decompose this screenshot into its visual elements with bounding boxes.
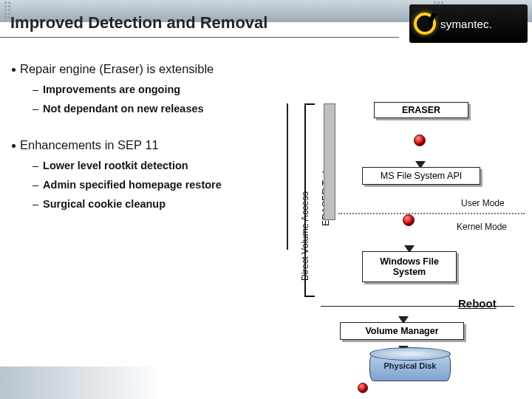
bullet-column: Repair engine (Eraser) is extensible – I… — [0, 46, 281, 217]
label-user-mode: User Mode — [461, 198, 505, 208]
bullet-sub-1b: – Not dependant on new releases — [33, 103, 276, 115]
box-ms-file-system-api: MS File System API — [362, 167, 480, 185]
bullet-sub-2a: – Lower level rootkit detection — [33, 160, 276, 171]
dash-icon: – — [33, 198, 38, 210]
bullet-main-1: Repair engine (Eraser) is extensible — [12, 62, 276, 76]
bullet-sub-1a: – Improvements are ongoing — [33, 83, 276, 95]
bullet-sub-2c-text: Surgical cookie cleanup — [43, 198, 166, 210]
slide-header: Improved Detection and Removal symantec. — [0, 0, 532, 46]
bracket-dva — [304, 103, 315, 297]
bullet-sub-1a-text: Improvements are ongoing — [43, 83, 180, 95]
mode-divider-line — [338, 213, 525, 214]
box-eraser: ERASER — [374, 102, 468, 118]
bullet-dot-icon — [12, 68, 16, 72]
header-rule — [0, 37, 399, 38]
box-volume-manager: Volume Manager — [340, 322, 464, 340]
bullet-dot-icon — [12, 144, 16, 148]
arrow-4-line — [287, 244, 288, 250]
brand-logo: symantec. — [409, 4, 528, 43]
dash-icon: – — [33, 103, 38, 115]
dash-icon: – — [33, 179, 38, 191]
arrow-1-line — [287, 103, 288, 146]
box-windows-file-system: Windows File System — [362, 251, 457, 282]
slide-body: Repair engine (Eraser) is extensible – I… — [0, 46, 532, 217]
slide-title: Improved Detection and Removal — [10, 13, 267, 33]
label-kernel-mode: Kernel Mode — [457, 222, 507, 232]
frame-eraser-today — [324, 103, 335, 220]
bullet-sub-1b-text: Not dependant on new releases — [43, 103, 204, 115]
label-reboot: Reboot — [458, 297, 497, 310]
arrow-2-line — [287, 146, 288, 208]
bullet-sub-2b: – Admin specified homepage restore — [33, 179, 276, 191]
symantec-ring-icon — [414, 13, 436, 35]
arrow-3-line — [287, 208, 288, 244]
bullet-sub-2a-text: Lower level rootkit detection — [43, 160, 188, 171]
hook-point-2-icon — [403, 214, 415, 226]
hook-point-3-icon — [358, 383, 368, 393]
dash-icon: – — [33, 83, 38, 95]
bullet-sub-2b-text: Admin specified homepage restore — [43, 179, 222, 191]
bullet-main-2-text: Enhancements in SEP 11 — [20, 138, 159, 152]
bullet-main-1-text: Repair engine (Eraser) is extensible — [20, 62, 214, 76]
footer-gradient — [0, 366, 163, 399]
brand-name: symantec. — [440, 18, 492, 30]
architecture-diagram: Direct Volume Access ERASER Today ERASER… — [287, 103, 525, 399]
hook-point-1-icon — [414, 134, 426, 146]
bullet-main-2: Enhancements in SEP 11 — [12, 138, 276, 152]
label-physical-disk: Physical Disk — [369, 362, 451, 371]
physical-disk-icon: Physical Disk — [369, 347, 451, 387]
bullet-sub-2c: – Surgical cookie cleanup — [33, 198, 276, 210]
dash-icon: – — [33, 160, 38, 171]
